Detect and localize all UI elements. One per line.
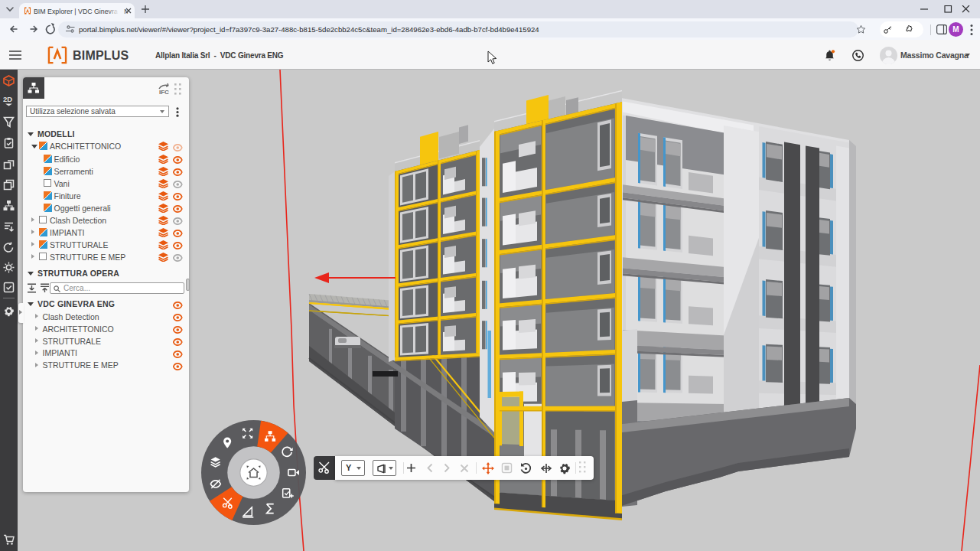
svg-text:IFC: IFC [159, 89, 169, 96]
svg-text:2D: 2D [3, 95, 12, 103]
